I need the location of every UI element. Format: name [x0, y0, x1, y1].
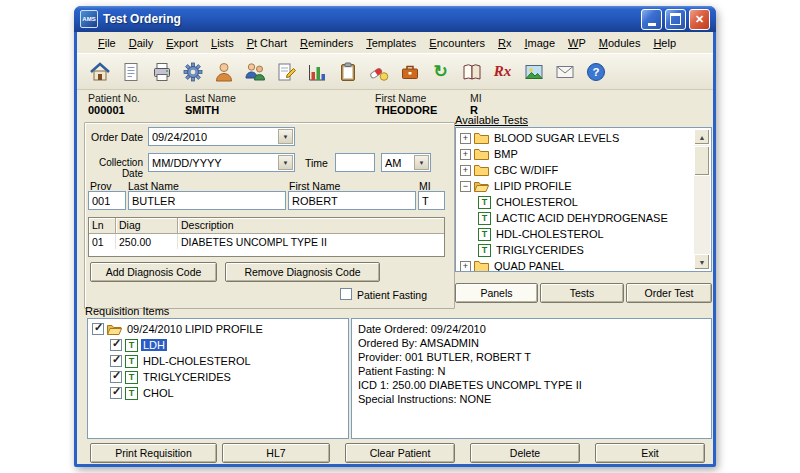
requisition-root-label: 09/24/2010 LIPID PROFILE [125, 323, 265, 335]
expand-icon[interactable]: + [460, 133, 471, 144]
toolbar-print-button[interactable] [148, 58, 175, 85]
toolbar-images-button[interactable] [520, 58, 547, 85]
col-header-diag[interactable]: Diag [116, 218, 178, 234]
scrollbar-thumb[interactable] [694, 146, 710, 176]
tree-item-lipid-profile[interactable]: − LIPID PROFILE [460, 178, 693, 194]
app-logo-icon: AMS [80, 10, 98, 28]
test-icon: T [125, 339, 138, 352]
help-icon: ? [585, 61, 607, 83]
tree-item-cbc-w-diff[interactable]: + CBC W/DIFF [460, 162, 693, 178]
medications-icon [368, 61, 390, 83]
tab-panels[interactable]: Panels [455, 283, 538, 303]
toolbar-procedures-button[interactable] [396, 58, 423, 85]
minimize-button[interactable] [641, 9, 662, 30]
toolbar-graphs-button[interactable] [303, 58, 330, 85]
print-requisition-button[interactable]: Print Requisition [90, 443, 217, 463]
menu-item-encounters[interactable]: Encounters [429, 37, 485, 49]
item-checkbox[interactable] [110, 339, 122, 351]
rx-icon: Rx [494, 63, 512, 80]
requisition-item-ldh[interactable]: T LDH [92, 337, 344, 353]
requisition-root-checkbox[interactable] [92, 323, 104, 335]
requisition-item-triglycerides[interactable]: T TRIGLYCERIDES [92, 369, 344, 385]
prov-id-input[interactable]: 001 [88, 191, 126, 210]
menu-item-lists[interactable]: Lists [211, 37, 234, 49]
maximize-button[interactable] [665, 9, 686, 30]
toolbar-progress-notes-button[interactable] [272, 58, 299, 85]
order-date-combobox[interactable]: 09/24/2010 ▼ [148, 127, 295, 146]
tree-item-cholesterol[interactable]: T CHOLESTEROL [460, 194, 693, 210]
scroll-down-button[interactable]: ▼ [694, 254, 710, 270]
collection-date-combobox[interactable]: MM/DD/YYYY ▼ [148, 153, 295, 172]
menu-item-daily[interactable]: Daily [129, 37, 153, 49]
tab-tests[interactable]: Tests [540, 283, 624, 303]
prov-mi-input[interactable]: T [418, 191, 445, 210]
ampm-dropdown-icon[interactable]: ▼ [414, 155, 429, 170]
toolbar-settings-button[interactable] [179, 58, 206, 85]
menu-item-rx[interactable]: Rx [498, 37, 511, 49]
requisition-root-item[interactable]: 09/24/2010 LIPID PROFILE [92, 321, 344, 337]
tree-item-bmp[interactable]: + BMP [460, 146, 693, 162]
menu-item-wp[interactable]: WP [568, 37, 586, 49]
diagnosis-table-row[interactable]: 01 250.00 DIABETES UNCOMPL TYPE II [89, 234, 444, 249]
item-checkbox[interactable] [110, 355, 122, 367]
toolbar-rx-button[interactable]: Rx [489, 58, 516, 85]
ampm-combobox[interactable]: AM ▼ [381, 153, 431, 172]
prov-last-name-value: BUTLER [132, 195, 175, 207]
delete-button[interactable]: Delete [470, 443, 580, 463]
close-button[interactable]: ✕ [689, 9, 710, 30]
tree-item-triglycerides[interactable]: T TRIGLYCERIDES [460, 242, 693, 258]
tree-item-label: BLOOD SUGAR LEVELS [492, 132, 621, 144]
menu-item-templates[interactable]: Templates [366, 37, 416, 49]
tree-item-blood-sugar-levels[interactable]: + BLOOD SUGAR LEVELS [460, 130, 693, 146]
tree-item-lactic-acid-dehydrogenase[interactable]: T LACTIC ACID DEHYDROGENASE [460, 210, 693, 226]
toolbar-mail-button[interactable] [551, 58, 578, 85]
toolbar-patient-button[interactable] [210, 58, 237, 85]
scroll-up-button[interactable]: ▲ [694, 129, 710, 145]
prov-last-name-input[interactable]: BUTLER [128, 191, 286, 210]
remove-diagnosis-button[interactable]: Remove Diagnosis Code [225, 262, 380, 282]
menu-item-reminders[interactable]: Reminders [300, 37, 353, 49]
collection-date-dropdown-icon[interactable]: ▼ [278, 155, 293, 170]
titlebar[interactable]: AMS Test Ordering ✕ [74, 6, 716, 32]
tab-order-test[interactable]: Order Test [626, 283, 712, 303]
requisition-item-chol[interactable]: T CHOL [92, 385, 344, 401]
tree-item-quad-panel[interactable]: + QUAD PANEL [460, 258, 693, 272]
tree-item-hdl-cholesterol[interactable]: T HDL-CHOLESTEROL [460, 226, 693, 242]
expand-icon[interactable]: + [460, 261, 471, 272]
toolbar-new-document-button[interactable] [117, 58, 144, 85]
patient-fasting-checkbox[interactable] [340, 288, 352, 300]
app-window: AMS Test Ordering ✕ File Daily Export Li… [74, 6, 716, 467]
toolbar-medications-button[interactable] [365, 58, 392, 85]
item-checkbox[interactable] [110, 371, 122, 383]
toolbar-clipboard-button[interactable] [334, 58, 361, 85]
expand-icon[interactable]: + [460, 165, 471, 176]
clear-patient-button[interactable]: Clear Patient [345, 443, 455, 463]
vertical-scrollbar[interactable]: ▲ ▼ [694, 129, 710, 270]
folder-icon [474, 164, 489, 176]
detail-icd-1: ICD 1: 250.00 DIABETES UNCOMPL TYPE II [358, 378, 705, 392]
time-input[interactable] [335, 153, 375, 172]
add-diagnosis-button[interactable]: Add Diagnosis Code [90, 262, 217, 282]
menu-item-file[interactable]: File [98, 37, 116, 49]
toolbar-help-button[interactable]: ? [582, 58, 609, 85]
toolbar-reference-button[interactable] [458, 58, 485, 85]
cell-ln: 01 [89, 234, 116, 249]
toolbar-home-button[interactable] [86, 58, 113, 85]
toolbar-patients-button[interactable] [241, 58, 268, 85]
collapse-icon[interactable]: − [460, 181, 471, 192]
col-header-description[interactable]: Description [178, 218, 444, 234]
prov-first-name-input[interactable]: ROBERT [288, 191, 416, 210]
menu-item-export[interactable]: Export [166, 37, 198, 49]
menu-item-modules[interactable]: Modules [599, 37, 641, 49]
requisition-item-hdl-cholesterol[interactable]: T HDL-CHOLESTEROL [92, 353, 344, 369]
hl7-button[interactable]: HL7 [222, 443, 330, 463]
menu-item-image[interactable]: Image [524, 37, 555, 49]
menu-item-help[interactable]: Help [653, 37, 676, 49]
expand-icon[interactable]: + [460, 149, 471, 160]
toolbar-refresh-button[interactable]: ↻ [427, 58, 454, 85]
item-checkbox[interactable] [110, 387, 122, 399]
menu-item-pt-chart[interactable]: Pt Chart [247, 37, 287, 49]
exit-button[interactable]: Exit [595, 443, 705, 463]
col-header-ln[interactable]: Ln [89, 218, 116, 234]
order-date-dropdown-icon[interactable]: ▼ [278, 129, 293, 144]
